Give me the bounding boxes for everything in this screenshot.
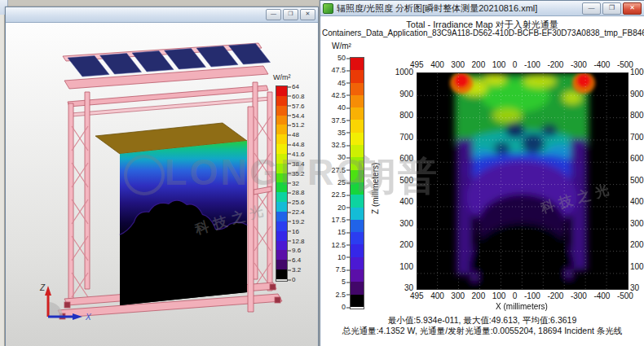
axis-tick-label: -400 — [593, 60, 610, 69]
axis-tick-label: -100 — [524, 60, 540, 69]
colorbar-segment — [276, 231, 287, 241]
axis-tick-label: 700 — [399, 133, 413, 142]
colorbar-tick: 28.8 — [292, 189, 305, 196]
colorbar-segment — [276, 116, 287, 125]
colorbar-tick: 42.5 — [331, 91, 346, 99]
axis-tick-label: 100 — [399, 262, 413, 272]
colorbar-segment — [351, 182, 364, 195]
colorbar-tick: 16 — [292, 227, 299, 234]
colorbar-segment — [351, 83, 364, 95]
axis-tick-label: 600 — [399, 154, 413, 164]
close-button[interactable]: ✕ — [623, 2, 642, 15]
z-axis-ticks-right: 100090080070060050040030020010030 — [630, 68, 644, 293]
colorbar-segment — [276, 173, 287, 183]
3d-viewport[interactable]: Z X W/m² 6460.857.654.451.24844.841.638.… — [6, 23, 318, 346]
colorbar-segment — [351, 257, 364, 269]
colorbar-tick: 57.6 — [292, 102, 305, 109]
colorbar-segment — [276, 241, 287, 251]
colorbar-tick: 6.4 — [292, 256, 301, 264]
colorbar-tick: 19.2 — [292, 217, 305, 225]
axis-tick-label: 30 — [630, 283, 644, 293]
colorbar-tick: 32 — [292, 179, 299, 186]
colorbar-segment — [351, 70, 364, 82]
irradiance-map-window: 辐照度/光照度 分析图[瞬时整体测量20210816.xml] — ❐ ✕ To… — [320, 0, 644, 346]
map-content: Total - Irradiance Map 对于入射光通量 Container… — [320, 16, 644, 346]
axis-tick-label: -400 — [593, 291, 610, 300]
minimize-button[interactable]: — — [266, 9, 281, 20]
axis-tick-label: 500 — [630, 176, 644, 186]
axis-tick-label: 900 — [399, 90, 413, 99]
axis-tick-label: 400 — [430, 60, 444, 69]
colorbar-tick: 38.4 — [292, 160, 305, 167]
axis-tick-label: -100 — [524, 291, 540, 300]
close-button[interactable]: ✕ — [300, 9, 315, 20]
maximize-button[interactable]: ❐ — [602, 2, 621, 15]
3d-scene[interactable]: Z X — [17, 29, 294, 324]
colorbar-segment — [351, 95, 364, 107]
axis-tick-label: -200 — [547, 291, 563, 300]
colorbar-tick: 9.6 — [292, 247, 301, 254]
colorbar-segment — [276, 260, 287, 269]
axis-tick-label: 700 — [630, 133, 644, 142]
colorbar-segment — [276, 134, 287, 144]
colorbar-tick: 41.6 — [292, 150, 305, 157]
colorbar-segment — [351, 208, 364, 220]
colorbar-unit-label: W/m² — [332, 42, 351, 50]
axis-tick-label: 300 — [451, 60, 465, 69]
colorbar-tick: 47.5 — [331, 67, 346, 74]
colorbar-tick: 3.2 — [292, 266, 301, 274]
axis-tick-label: 400 — [630, 197, 644, 207]
left-colorbar: 6460.857.654.451.24844.841.638.435.23228… — [276, 85, 288, 282]
axis-tick-label: 200 — [472, 60, 486, 69]
colorbar-tick: 2.5 — [335, 291, 346, 298]
x-axis-label: X (millimeters) — [417, 302, 627, 311]
colorbar-tick: 30 — [337, 154, 346, 161]
colorbar-tick: 5 — [342, 278, 346, 286]
x-axis-ticks-top: 4954003002001000-100-200-300-400-500 — [410, 60, 633, 69]
axis-tick-label: 300 — [451, 291, 465, 300]
colorbar-tick: 35 — [337, 129, 346, 136]
colorbar-segment — [351, 157, 364, 169]
colorbar-tick: 32.5 — [331, 142, 346, 149]
axis-tick-label: -200 — [547, 60, 563, 69]
colorbar-segment — [351, 295, 364, 307]
colorbar-segment — [351, 244, 364, 256]
colorbar-segment — [276, 144, 287, 154]
colorbar-tick: 20 — [337, 204, 346, 211]
colorbar-segment — [351, 133, 364, 145]
colorbar-tick: 10 — [337, 253, 346, 261]
axis-tick-label: 100 — [492, 291, 506, 300]
irradiance-heatmap — [417, 73, 628, 289]
colorbar-tick: 48 — [292, 131, 299, 138]
colorbar-segment — [276, 106, 287, 116]
axis-tick-label: 100 — [630, 262, 644, 272]
right-window-titlebar[interactable]: 辐照度/光照度 分析图[瞬时整体测量20210816.xml] — ❐ ✕ — [320, 1, 644, 16]
colorbar-tick: 60.8 — [292, 92, 305, 99]
stats-line-2: 总光通量:4.1352 W, 光通量/发射光通量:0.0055204, 1869… — [320, 326, 644, 337]
colorbar-segment — [276, 96, 287, 106]
3d-view-window: — ❐ ✕ — [5, 7, 319, 346]
colorbar-segment — [276, 269, 287, 279]
maximize-button[interactable]: ❐ — [283, 9, 298, 20]
axis-tick-label: 200 — [472, 291, 486, 300]
minimize-button[interactable]: — — [582, 2, 601, 15]
colorbar-segment — [351, 120, 364, 132]
axis-tick-label: 600 — [630, 154, 644, 164]
axis-tick-label: 0 — [513, 291, 518, 300]
left-window-titlebar[interactable]: — ❐ ✕ — [6, 7, 318, 23]
colorbar-segment — [276, 154, 287, 164]
axis-tick-label: 1000 — [630, 68, 644, 77]
colorbar-tick: 35.2 — [292, 169, 305, 177]
axis-tick-label: 300 — [630, 219, 644, 229]
colorbar-tick: 54.4 — [292, 112, 305, 119]
right-window-title: 辐照度/光照度 分析图[瞬时整体测量20210816.xml] — [337, 2, 582, 15]
colorbar-segment — [276, 212, 287, 221]
colorbar-tick: 12.5 — [331, 241, 346, 248]
colorbar-tick: 27.5 — [331, 166, 346, 173]
axis-tick-label: 30 — [404, 283, 413, 293]
colorbar-segment — [276, 221, 287, 231]
colorbar-tick: 22.4 — [292, 208, 305, 216]
heatmap-plot-area[interactable] — [417, 72, 629, 290]
colorbar-tick: 51.2 — [292, 121, 305, 129]
colorbar-tick: 44.8 — [292, 141, 305, 148]
